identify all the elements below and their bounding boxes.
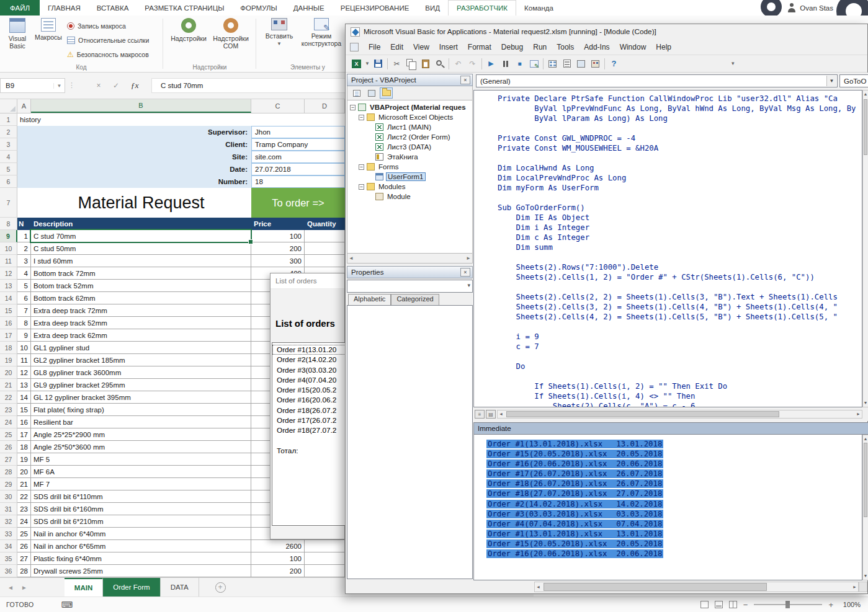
ribbon-tab-8[interactable]: РАЗРАБОТЧИК [448,0,516,16]
row-header-20[interactable]: 20 [0,366,17,379]
full-module-view-icon[interactable]: ≡ [475,410,485,419]
properties-window-icon[interactable] [560,57,574,70]
zoom-out-button[interactable]: − [743,600,748,610]
item-description-12[interactable]: GL8 gypliner track 3600mm [31,366,251,379]
scroll-right-icon[interactable]: ► [852,585,857,589]
code-hscrollbar[interactable]: ◄ ► [497,410,862,419]
reset-icon[interactable]: ■ [512,57,527,70]
row-header-14[interactable]: 14 [0,292,17,304]
insert-function-button[interactable]: ƒx [127,78,143,93]
info-value-4[interactable]: site.com [251,151,345,163]
scroll-left-icon[interactable]: ◄ [499,412,503,416]
column-header-C[interactable]: C [251,99,305,113]
table-header-quantity[interactable]: Quantity [305,218,345,230]
info-value-3[interactable]: Tramp Company [251,138,345,151]
item-description-27[interactable]: Plastic fixing 6*40mm [31,552,251,565]
ribbon-tab-5[interactable]: ДАННЫЕ [285,0,333,16]
ribbon-tab-3[interactable]: РАЗМЕТКА СТРАНИЦЫ [136,0,232,16]
row-header-12[interactable]: 12 [0,267,17,280]
item-description-19[interactable]: MF 5 [31,453,251,466]
properties-tab-alphabetic[interactable]: Alphabetic [348,294,391,305]
menu-view[interactable]: View [408,41,434,53]
item-number-23[interactable]: 23 [17,503,31,515]
sheet-tab-main[interactable]: MAIN [65,578,103,596]
item-description-16[interactable]: Resilient bar [31,416,251,428]
item-description-20[interactable]: MF 6A [31,466,251,478]
tree-expander-icon[interactable]: − [359,164,364,170]
item-description-1[interactable]: C stud 70mm [31,230,251,242]
normal-view-icon[interactable] [700,601,709,608]
row-header-36[interactable]: 36 [0,565,17,577]
item-number-26[interactable]: 26 [17,540,31,552]
item-description-6[interactable]: Bottom track 62mm [31,292,251,304]
item-description-17[interactable]: Angle 25*25*2900 mm [31,428,251,441]
orders-list-item[interactable]: Order #18(26.07.2 [272,406,346,415]
item-number-19[interactable]: 19 [17,453,31,466]
sheet-tab-order-form[interactable]: Order Form [103,578,160,596]
vba-titlebar[interactable]: Microsoft Visual Basic for Applications … [346,24,867,39]
page-break-view-icon[interactable] [729,601,737,608]
tree-expander-icon[interactable]: − [359,115,364,120]
add-sheet-button[interactable]: + [215,582,226,593]
sheet-next-icon[interactable]: ► [21,584,27,591]
item-description-13[interactable]: GL9 gypliner bracket 295mm [31,379,251,391]
project-explorer-icon[interactable] [545,57,560,70]
orders-list-item[interactable]: Order #4(07.04.20 [272,375,346,385]
item-number-18[interactable]: 18 [17,441,31,453]
find-icon[interactable] [432,57,447,70]
row-header-15[interactable]: 15 [0,304,17,317]
object-dropdown[interactable]: (General) ▼ [476,74,838,87]
scroll-up-icon[interactable]: ▲ [863,91,868,98]
com-addins-button[interactable]: Надстройки COM [211,18,251,50]
record-macro-button[interactable]: Запись макроса [67,20,126,32]
procedure-dropdown[interactable]: GoToO [839,74,868,87]
menu-insert[interactable]: Insert [434,41,463,53]
item-price-28[interactable]: 200 [251,565,305,577]
formula-bar-handle[interactable]: ⋮ [68,81,75,89]
row-header-31[interactable]: 31 [0,503,17,515]
tree-item-forms[interactable]: −Forms [347,162,472,172]
menu-run[interactable]: Run [528,41,552,53]
item-description-2[interactable]: C stud 50mm [31,242,251,255]
item-number-21[interactable]: 21 [17,478,31,490]
page-layout-view-icon[interactable] [715,601,723,608]
row-header-11[interactable]: 11 [0,255,17,267]
menu-debug[interactable]: Debug [496,41,528,53]
row-header-34[interactable]: 34 [0,540,17,552]
item-number-20[interactable]: 20 [17,466,31,478]
undo-icon[interactable]: ↶ [451,57,465,70]
item-number-14[interactable]: 14 [17,391,31,404]
menu-file[interactable]: File [364,41,385,53]
info-label-2[interactable]: Supervisor: [31,126,251,138]
ribbon-tab-9[interactable]: Команда [516,0,562,16]
row-header-28[interactable]: 28 [0,466,17,478]
row-header-26[interactable]: 26 [0,441,17,453]
scroll-down-icon[interactable]: ▼ [863,572,868,580]
view-object-icon[interactable] [365,87,378,99]
row-header-22[interactable]: 22 [0,391,17,404]
item-number-27[interactable]: 27 [17,552,31,565]
sheet-tab-data[interactable]: DATA [161,578,199,596]
item-description-14[interactable]: GL 12 gypliner bracket 395mm [31,391,251,404]
orders-list-item[interactable]: Order #18(27.07.2 [272,425,346,435]
item-quantity-2[interactable] [305,242,345,255]
row-header-35[interactable]: 35 [0,552,17,565]
row-header-32[interactable]: 32 [0,515,17,528]
row-header-19[interactable]: 19 [0,354,17,366]
tree-item-module[interactable]: Module [347,192,472,202]
scroll-right-icon[interactable]: ► [856,412,861,416]
scroll-right-icon[interactable]: ► [466,255,471,261]
menu-help[interactable]: Help [651,41,676,53]
info-value-2[interactable]: Jhon [251,126,345,138]
tree-expander-icon[interactable]: − [350,105,356,110]
item-number-22[interactable]: 22 [17,490,31,503]
item-number-1[interactable]: 1 [17,230,31,242]
info-value-6[interactable]: 18 [251,175,345,188]
item-number-11[interactable]: 11 [17,354,31,366]
menu-tools[interactable]: Tools [552,41,579,53]
zoom-level[interactable]: 100% [839,601,861,608]
toggle-folders-icon[interactable] [380,87,393,99]
row-header-2[interactable]: 2 [0,126,17,138]
menu-window[interactable]: Window [615,41,651,53]
item-number-2[interactable]: 2 [17,242,31,255]
